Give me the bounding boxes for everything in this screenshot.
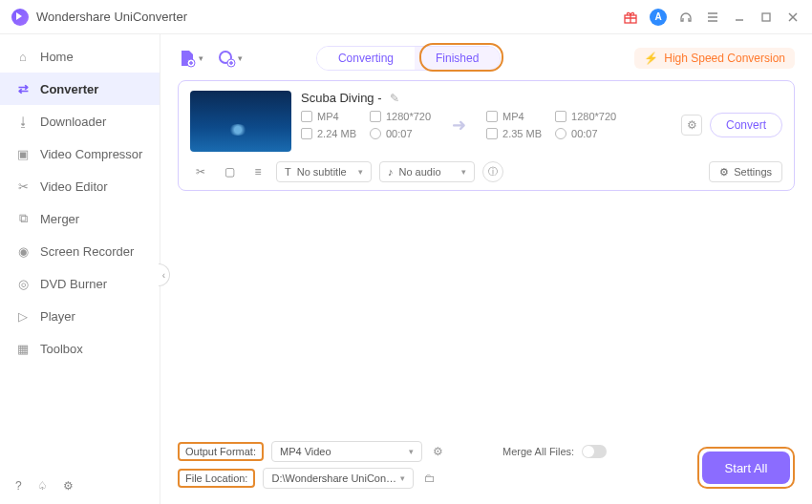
maximize-icon[interactable] [759,10,774,25]
audio-icon: ♪ [388,166,394,178]
subtitle-select[interactable]: TNo subtitle▾ [276,161,372,182]
grid-icon: ▦ [15,341,31,356]
titlebar: Wondershare UniConverter A [0,0,812,34]
status-tabs: Converting Finished [316,46,501,71]
sidebar-item-label: Downloader [40,115,106,129]
sidebar-item-recorder[interactable]: ◉Screen Recorder [0,235,160,267]
sidebar-item-label: Merger [40,212,79,226]
sidebar: ⌂Home ⇄Converter ⭳Downloader ▣Video Comp… [0,34,160,504]
file-location-label: File Location: [178,469,255,488]
gift-icon[interactable] [623,10,638,25]
user-avatar[interactable]: A [650,9,667,26]
app-logo [11,9,29,26]
audio-select[interactable]: ♪No audio▾ [379,161,475,182]
high-speed-conversion-button[interactable]: ⚡High Speed Conversion [634,48,795,69]
open-folder-icon[interactable]: 🗀 [421,470,438,487]
size-icon [301,128,312,139]
video-thumbnail[interactable] [190,91,291,152]
resolution-icon [370,111,381,122]
headset-icon[interactable] [678,10,694,25]
src-format: MP4 [317,111,339,122]
disc-icon: ◎ [15,276,31,291]
format-icon [486,111,498,122]
start-all-button[interactable]: Start All [702,452,790,484]
arrow-right-icon: ➜ [444,115,473,136]
menu-icon[interactable] [705,10,720,25]
play-icon: ▷ [15,308,31,324]
recorder-icon: ◉ [15,243,31,259]
edit-title-icon[interactable]: ✎ [390,92,399,105]
bolt-icon: ⚡ [644,52,658,65]
sidebar-item-label: Video Compressor [40,147,142,161]
sidebar-item-dvd[interactable]: ◎DVD Burner [0,267,160,300]
sidebar-item-label: DVD Burner [40,277,107,291]
merge-toggle[interactable] [582,445,607,458]
crop-icon[interactable]: ▢ [219,162,240,181]
trim-icon[interactable]: ✂ [190,162,211,181]
help-icon[interactable]: ? [15,479,22,493]
dst-format: MP4 [502,111,524,122]
info-icon[interactable]: ⓘ [482,161,503,182]
size-icon [486,128,498,139]
settings-gear-icon[interactable]: ⚙ [63,479,74,493]
sidebar-item-label: Video Editor [40,179,108,194]
scissors-icon: ✂ [15,178,31,194]
duration-icon [555,128,566,139]
convert-button[interactable]: Convert [710,113,782,137]
sidebar-item-label: Screen Recorder [40,244,134,259]
bell-icon[interactable]: ♤ [37,479,48,493]
sidebar-item-converter[interactable]: ⇄Converter [0,73,160,105]
src-dur: 00:07 [386,128,413,139]
dst-res: 1280*720 [571,111,616,122]
svg-rect-1 [762,13,770,21]
sidebar-item-compressor[interactable]: ▣Video Compressor [0,137,160,170]
gear-icon: ⚙ [719,166,729,178]
src-size: 2.24 MB [317,128,356,139]
settings-button[interactable]: ⚙Settings [709,161,782,182]
merge-label: Merge All Files: [502,446,574,457]
add-file-button[interactable]: ▾ [178,49,203,68]
output-preset-icon[interactable]: ⚙ [430,443,447,460]
dst-dur: 00:07 [571,128,598,139]
dst-size: 2.35 MB [502,128,542,139]
more-icon[interactable]: ≡ [247,162,268,181]
sidebar-item-label: Home [40,50,74,64]
file-location-select[interactable]: D:\Wondershare UniConverter 1▾ [263,468,414,489]
sidebar-item-player[interactable]: ▷Player [0,300,160,332]
output-format-select[interactable]: MP4 Video▾ [271,441,422,462]
highlight-annotation: Start All [697,447,795,489]
sidebar-item-editor[interactable]: ✂Video Editor [0,170,160,202]
format-icon [301,111,312,122]
tab-finished[interactable]: Finished [415,47,500,70]
tab-converting[interactable]: Converting [317,47,415,70]
video-title: Scuba Diving - [301,91,382,105]
sidebar-item-toolbox[interactable]: ▦Toolbox [0,332,160,365]
output-format-label: Output Format: [178,442,264,461]
download-icon: ⭳ [15,114,31,129]
sidebar-item-label: Player [40,309,75,324]
app-title: Wondershare UniConverter [36,10,623,24]
sidebar-item-home[interactable]: ⌂Home [0,40,160,73]
output-settings-icon[interactable]: ⚙ [681,115,702,136]
sidebar-item-merger[interactable]: ⧉Merger [0,202,160,235]
add-url-button[interactable]: ▾ [217,49,243,68]
duration-icon [370,128,381,139]
converter-icon: ⇄ [15,81,31,96]
merger-icon: ⧉ [15,211,31,226]
sidebar-item-downloader[interactable]: ⭳Downloader [0,105,160,137]
resolution-icon [555,111,566,122]
src-res: 1280*720 [386,111,431,122]
file-card: Scuba Diving - ✎ MP4 2.24 MB 1280*720 00… [178,80,795,191]
subtitle-icon: T [285,166,291,178]
minimize-icon[interactable] [732,10,747,25]
home-icon: ⌂ [15,49,31,64]
compress-icon: ▣ [15,146,31,161]
close-icon[interactable] [785,10,801,25]
sidebar-item-label: Toolbox [40,342,83,356]
sidebar-item-label: Converter [40,82,98,96]
